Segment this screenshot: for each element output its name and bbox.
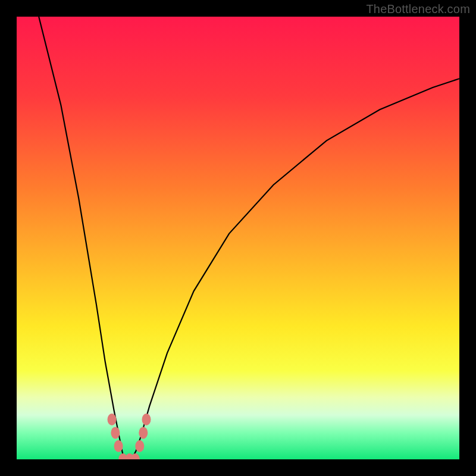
config-marker bbox=[142, 414, 151, 425]
config-marker bbox=[114, 440, 123, 452]
curve-layer bbox=[17, 17, 459, 459]
plot-area bbox=[17, 17, 459, 459]
config-marker bbox=[131, 453, 140, 459]
bottleneck-curve bbox=[39, 17, 459, 459]
marker-group bbox=[108, 414, 151, 459]
config-marker bbox=[108, 414, 117, 425]
config-marker bbox=[139, 427, 148, 439]
chart-frame: TheBottleneck.com bbox=[0, 0, 476, 476]
watermark-text: TheBottleneck.com bbox=[366, 2, 470, 16]
config-marker bbox=[135, 440, 144, 452]
config-marker bbox=[111, 427, 120, 439]
